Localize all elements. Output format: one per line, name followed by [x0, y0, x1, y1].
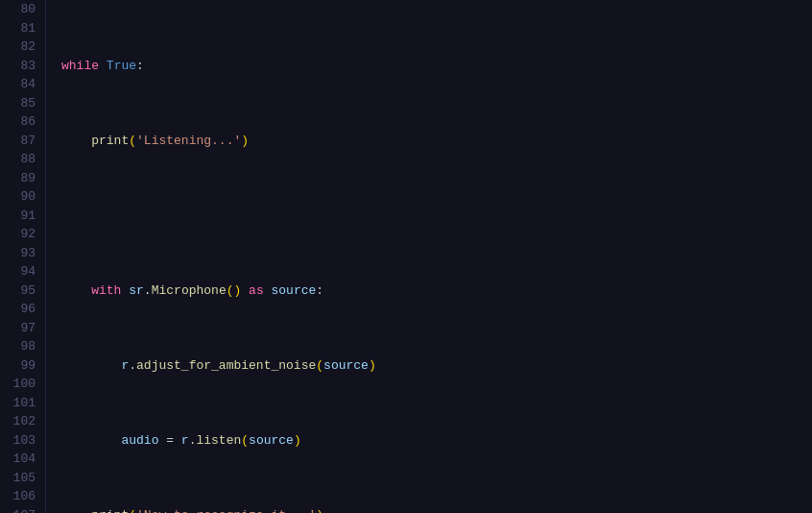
line-num-94: 94 — [10, 262, 36, 281]
line-num-83: 83 — [10, 57, 36, 76]
code-line-85: audio = r.listen(source) — [61, 431, 812, 451]
line-num-102: 102 — [10, 412, 36, 431]
code-body[interactable]: while True: print('Listening...') with s… — [46, 0, 812, 513]
line-num-98: 98 — [10, 337, 36, 356]
line-num-85: 85 — [10, 94, 36, 113]
line-num-81: 81 — [10, 19, 36, 38]
line-num-107: 107 — [10, 506, 36, 514]
line-num-88: 88 — [10, 150, 36, 169]
line-num-87: 87 — [10, 132, 36, 151]
code-line-81: print('Listening...') — [61, 132, 812, 151]
line-num-97: 97 — [10, 319, 36, 338]
line-num-89: 89 — [10, 169, 36, 188]
line-num-105: 105 — [10, 469, 36, 488]
line-num-84: 84 — [10, 75, 36, 94]
line-num-103: 103 — [10, 431, 36, 451]
code-line-80: while True: — [61, 57, 812, 76]
line-num-82: 82 — [10, 37, 36, 57]
line-num-96: 96 — [10, 300, 36, 319]
line-num-80: 80 — [10, 0, 36, 19]
code-editor: 80 81 82 83 84 85 86 87 88 89 90 91 92 9… — [0, 0, 812, 513]
keyword-while: while — [61, 59, 99, 73]
line-num-95: 95 — [10, 281, 36, 301]
line-num-91: 91 — [10, 207, 36, 226]
code-line-82 — [61, 207, 812, 226]
code-line-83: with sr.Microphone() as source: — [61, 281, 812, 301]
code-line-86: print('Now to recognize it...') — [61, 506, 812, 514]
line-num-100: 100 — [10, 375, 36, 394]
line-numbers: 80 81 82 83 84 85 86 87 88 89 90 91 92 9… — [0, 0, 46, 513]
line-num-101: 101 — [10, 394, 36, 413]
line-num-92: 92 — [10, 225, 36, 244]
line-num-104: 104 — [10, 450, 36, 469]
code-line-84: r.adjust_for_ambient_noise(source) — [61, 356, 812, 376]
line-num-99: 99 — [10, 356, 36, 376]
line-num-93: 93 — [10, 244, 36, 263]
line-num-86: 86 — [10, 112, 36, 132]
line-num-106: 106 — [10, 487, 36, 506]
line-num-90: 90 — [10, 187, 36, 207]
